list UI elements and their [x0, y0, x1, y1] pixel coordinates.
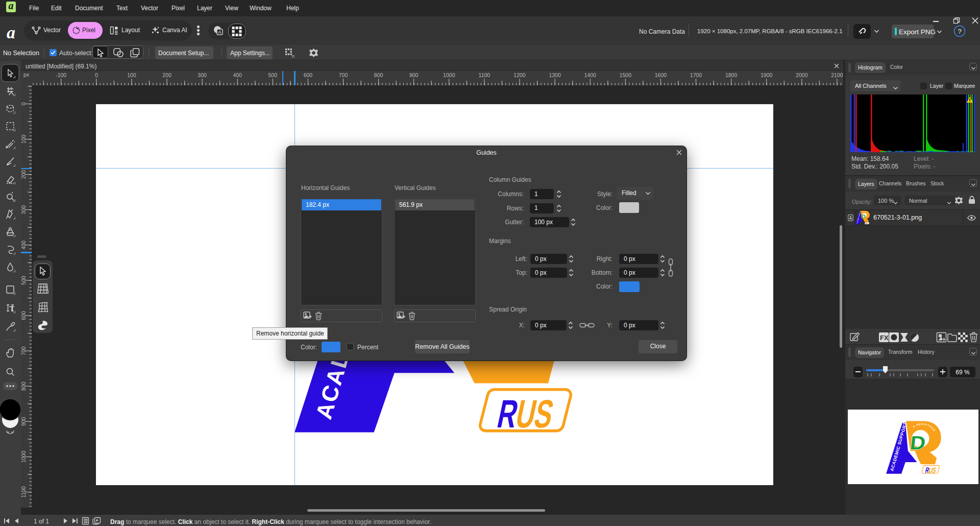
- svg-text:2100: 2100: [831, 72, 843, 78]
- svg-text:600: 600: [304, 72, 313, 78]
- svg-text:900: 900: [409, 72, 419, 78]
- svg-text:100: 100: [127, 72, 136, 78]
- svg-text:700: 700: [339, 72, 348, 78]
- svg-text:1600: 1600: [655, 72, 667, 78]
- svg-text:FX: FX: [880, 334, 889, 342]
- svg-text:?: ?: [958, 28, 962, 35]
- svg-text:400: 400: [233, 72, 242, 78]
- svg-text:400: 400: [21, 241, 27, 250]
- svg-text:1300: 1300: [549, 72, 561, 78]
- svg-text:600: 600: [21, 311, 27, 320]
- svg-text:0: 0: [21, 102, 27, 105]
- svg-text:200: 200: [21, 170, 27, 179]
- svg-text:1100: 1100: [21, 486, 27, 498]
- svg-text:0: 0: [95, 72, 98, 78]
- svg-text:A: A: [218, 30, 222, 35]
- svg-text:1000: 1000: [21, 451, 27, 463]
- svg-text:800: 800: [374, 72, 383, 78]
- svg-text:1400: 1400: [584, 72, 597, 78]
- svg-text:1100: 1100: [479, 72, 491, 78]
- svg-text:200: 200: [162, 72, 172, 78]
- svg-text:1200: 1200: [513, 72, 526, 78]
- svg-text:800: 800: [21, 381, 27, 391]
- svg-text:-100: -100: [56, 72, 66, 78]
- svg-text:100: 100: [21, 135, 27, 144]
- svg-text:900: 900: [21, 417, 27, 426]
- svg-text:1000: 1000: [443, 72, 455, 78]
- svg-text:300: 300: [198, 72, 207, 78]
- svg-text:300: 300: [21, 205, 27, 214]
- svg-text:2000: 2000: [796, 72, 808, 78]
- svg-text:500: 500: [268, 72, 278, 78]
- svg-text:1800: 1800: [725, 72, 738, 78]
- svg-text:700: 700: [21, 346, 27, 355]
- svg-text:1700: 1700: [690, 72, 702, 78]
- svg-text:1900: 1900: [761, 72, 773, 78]
- svg-text:500: 500: [21, 276, 27, 285]
- svg-text:1500: 1500: [620, 72, 632, 78]
